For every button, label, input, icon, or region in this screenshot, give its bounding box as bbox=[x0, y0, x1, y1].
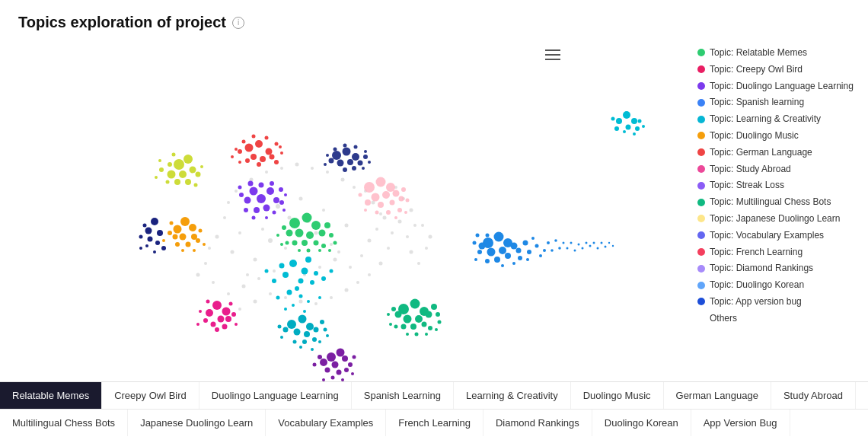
svg-point-87 bbox=[299, 295, 303, 298]
svg-point-247 bbox=[505, 253, 511, 259]
tab-item[interactable]: Creepy Owl Bird bbox=[102, 382, 199, 409]
svg-point-70 bbox=[425, 247, 428, 250]
tab-item[interactable]: Duolingo Music bbox=[571, 382, 664, 409]
svg-point-354 bbox=[324, 328, 327, 332]
svg-point-197 bbox=[199, 229, 203, 233]
svg-point-201 bbox=[162, 239, 165, 242]
svg-point-345 bbox=[306, 323, 314, 330]
tab-item[interactable]: Diamond Rankings bbox=[483, 410, 592, 436]
svg-point-265 bbox=[547, 241, 550, 244]
tab-item[interactable]: Duolingo Language Learning bbox=[199, 382, 352, 409]
svg-point-119 bbox=[270, 155, 275, 160]
svg-point-315 bbox=[313, 363, 317, 367]
svg-point-330 bbox=[422, 322, 427, 327]
svg-point-152 bbox=[376, 177, 386, 187]
tab-item[interactable]: Japanese Duolingo Learn bbox=[128, 410, 266, 436]
svg-point-326 bbox=[426, 311, 432, 318]
tab-item[interactable]: Multilingual Chess Bots bbox=[0, 410, 128, 436]
legend-item: Topic: German Language bbox=[697, 146, 856, 159]
svg-point-173 bbox=[179, 171, 187, 178]
svg-point-126 bbox=[265, 136, 269, 140]
svg-point-226 bbox=[199, 310, 202, 313]
svg-point-244 bbox=[511, 243, 518, 250]
legend-label: Topic: Duolingo Music bbox=[710, 129, 799, 142]
tab-item[interactable]: Vocabulary Examples bbox=[266, 410, 386, 436]
svg-point-142 bbox=[352, 166, 356, 171]
svg-point-229 bbox=[631, 118, 637, 124]
svg-point-58 bbox=[269, 292, 272, 295]
svg-point-85 bbox=[265, 269, 269, 273]
svg-point-305 bbox=[327, 352, 336, 362]
legend-dot bbox=[697, 49, 705, 56]
svg-point-133 bbox=[332, 151, 341, 160]
svg-point-259 bbox=[539, 254, 542, 257]
tab-item[interactable]: Duolingo Korean bbox=[592, 410, 691, 436]
svg-point-148 bbox=[326, 154, 329, 157]
tab-item[interactable]: Learning & Creativity bbox=[454, 382, 571, 409]
legend-label: Topic: French Learning bbox=[710, 246, 803, 259]
svg-point-350 bbox=[320, 320, 324, 324]
legend-dot bbox=[697, 298, 705, 305]
svg-point-128 bbox=[280, 151, 283, 155]
svg-point-287 bbox=[306, 231, 314, 239]
svg-point-32 bbox=[368, 239, 372, 243]
svg-point-122 bbox=[257, 162, 261, 167]
svg-point-242 bbox=[487, 248, 496, 257]
svg-point-194 bbox=[168, 231, 172, 235]
info-icon[interactable]: i bbox=[232, 17, 244, 29]
svg-point-205 bbox=[148, 237, 153, 242]
svg-point-149 bbox=[324, 163, 327, 166]
svg-point-134 bbox=[343, 148, 351, 156]
svg-point-118 bbox=[260, 156, 266, 162]
svg-point-63 bbox=[406, 235, 409, 238]
svg-point-130 bbox=[231, 155, 234, 158]
tab-item[interactable]: Study Abroad bbox=[771, 382, 856, 409]
legend-dot bbox=[697, 231, 705, 239]
svg-point-204 bbox=[157, 230, 163, 236]
tab-item[interactable]: German Language bbox=[664, 382, 771, 409]
svg-point-166 bbox=[359, 193, 362, 197]
legend-label: Topic: Diamond Rankings bbox=[710, 262, 813, 275]
svg-point-215 bbox=[206, 309, 213, 317]
page-header: Topics exploration of project i bbox=[0, 0, 868, 39]
svg-point-132 bbox=[279, 145, 282, 148]
svg-point-316 bbox=[353, 356, 356, 359]
svg-point-270 bbox=[566, 247, 569, 250]
svg-point-139 bbox=[329, 158, 334, 164]
svg-point-317 bbox=[331, 376, 335, 380]
legend-label: Topic: Multilingual Chess Bots bbox=[710, 196, 831, 209]
tab-item[interactable]: Streak Loss bbox=[856, 382, 868, 409]
svg-point-168 bbox=[394, 216, 397, 219]
svg-point-281 bbox=[608, 242, 610, 244]
tab-row-1: Relatable MemesCreepy Owl BirdDuolingo L… bbox=[0, 382, 868, 410]
svg-point-90 bbox=[292, 304, 295, 307]
svg-point-52 bbox=[356, 281, 359, 284]
svg-point-313 bbox=[318, 355, 322, 359]
svg-point-223 bbox=[206, 300, 210, 304]
svg-point-271 bbox=[570, 242, 573, 244]
svg-point-234 bbox=[638, 120, 642, 123]
legend-item: Topic: Multilingual Chess Bots bbox=[697, 196, 856, 209]
tab-item[interactable]: App Version Bug bbox=[691, 410, 790, 436]
legend-label: Others bbox=[710, 312, 737, 325]
svg-point-11 bbox=[345, 224, 349, 228]
tab-item[interactable]: French Learning bbox=[386, 410, 483, 436]
svg-point-40 bbox=[311, 167, 314, 170]
svg-point-341 bbox=[387, 313, 390, 316]
svg-point-325 bbox=[415, 315, 423, 323]
tab-item[interactable]: Spanish Learning bbox=[352, 382, 454, 409]
svg-point-292 bbox=[314, 241, 319, 246]
menu-button[interactable] bbox=[542, 46, 563, 63]
legend-dot bbox=[697, 282, 705, 289]
svg-point-352 bbox=[312, 337, 317, 342]
svg-point-2 bbox=[261, 228, 264, 231]
tab-item[interactable]: Relatable Memes bbox=[0, 382, 102, 409]
svg-point-115 bbox=[255, 140, 263, 148]
svg-point-12 bbox=[337, 250, 340, 253]
svg-point-80 bbox=[310, 280, 314, 285]
svg-point-18 bbox=[208, 247, 211, 250]
legend-dot bbox=[697, 148, 705, 156]
svg-point-174 bbox=[190, 167, 196, 174]
svg-point-124 bbox=[242, 140, 246, 144]
svg-point-155 bbox=[382, 191, 390, 199]
